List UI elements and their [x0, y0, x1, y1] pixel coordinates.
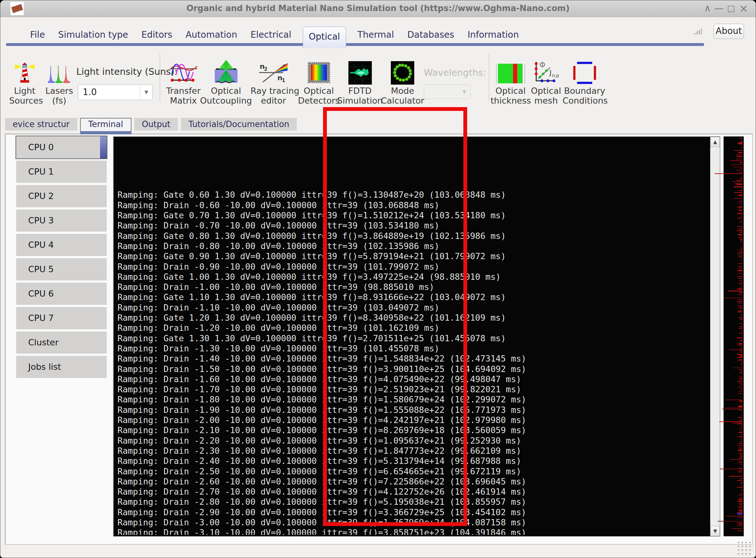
- fdtd-simulation-button[interactable]: FDTDSimulation: [335, 54, 385, 105]
- lasers-button[interactable]: Lasers(fs): [44, 54, 75, 105]
- window-title: Organic and hybrid Material Nano Simulat…: [0, 3, 756, 13]
- application-window: Organic and hybrid Material Nano Simulat…: [0, 0, 756, 558]
- light-intensity-value: 1.0: [83, 87, 97, 97]
- view-tab[interactable]: Terminal: [80, 118, 131, 132]
- about-button[interactable]: About: [713, 24, 744, 39]
- svg-text:2: 2: [264, 66, 267, 72]
- svg-text:Φ: Φ: [539, 60, 545, 69]
- sidebar-item[interactable]: CPU 5: [16, 258, 107, 280]
- cpu-sidebar: CPU 0CPU 1CPU 2CPU 3CPU 4CPU 5CPU 6CPU 7…: [16, 136, 107, 378]
- shade-window-button[interactable]: ∧: [701, 0, 714, 17]
- mode-calculator-icon: [379, 54, 426, 84]
- activity-strip: [723, 136, 744, 536]
- sidebar-item[interactable]: CPU 3: [16, 209, 107, 232]
- light-sources-button[interactable]: LightSources: [9, 54, 40, 105]
- view-tab[interactable]: Output: [134, 118, 178, 130]
- svg-text:n,p: n,p: [552, 73, 559, 78]
- laser-pulses-icon: [44, 54, 75, 84]
- svg-text:J: J: [549, 69, 552, 77]
- close-button[interactable]: ×: [737, 0, 750, 17]
- menu-tab[interactable]: Optical: [303, 27, 346, 48]
- view-tab[interactable]: evice structur: [5, 118, 77, 130]
- sidebar-item[interactable]: Cluster: [16, 331, 107, 354]
- transfer-matrix-icon: [165, 54, 202, 84]
- ray-tracing-button[interactable]: n 2 n 1 Ray tracingeditor: [251, 54, 296, 105]
- optical-thickness-icon: [491, 54, 530, 84]
- sidebar-item[interactable]: CPU 6: [16, 283, 107, 305]
- boundary-conditions-icon: [563, 54, 607, 84]
- sidebar-item[interactable]: CPU 0: [16, 136, 107, 158]
- optical-outcoupling-button[interactable]: OpticalOutcoupling: [200, 54, 252, 105]
- lighthouse-icon: [9, 54, 40, 84]
- optical-detectors-button[interactable]: OpticalDetectors: [297, 54, 340, 105]
- fdtd-simulation-icon: [335, 54, 385, 84]
- sidebar-item[interactable]: CPU 7: [16, 307, 107, 329]
- menu-tab[interactable]: Electrical: [249, 28, 293, 41]
- toolbar-separator: [489, 54, 489, 102]
- transfer-matrix-button[interactable]: TransferMatrix: [165, 54, 202, 105]
- boundary-conditions-button[interactable]: BoundaryConditions: [563, 54, 607, 105]
- sidebar-item[interactable]: CPU 1: [16, 161, 107, 183]
- terminal-scrollbar[interactable]: ▲ ▼: [710, 137, 720, 536]
- maximize-button[interactable]: □: [725, 0, 737, 17]
- minimize-button[interactable]: —: [712, 0, 725, 17]
- scroll-down-icon[interactable]: ▼: [710, 526, 720, 536]
- menu-tab[interactable]: Simulation type: [56, 28, 130, 41]
- optical-mesh-button[interactable]: Φ J n,p Opticalmesh: [530, 54, 562, 105]
- chevron-down-icon[interactable]: ▼: [140, 85, 152, 100]
- ray-tracing-icon: n 2 n 1: [251, 54, 296, 84]
- resize-grip-icon[interactable]: [737, 541, 752, 556]
- optical-thickness-button[interactable]: Opticalthickness: [491, 54, 530, 105]
- chevron-down-icon: ▼: [458, 84, 470, 99]
- menu-tab[interactable]: Editors: [139, 28, 174, 41]
- optical-outcoupling-icon: [200, 54, 252, 84]
- annotation-rectangle: [323, 107, 467, 526]
- toolbar-separator: [160, 54, 160, 102]
- menu-tab[interactable]: Thermal: [356, 28, 396, 41]
- menu-tab[interactable]: Databases: [406, 28, 456, 41]
- sidebar-item[interactable]: CPU 4: [16, 234, 107, 256]
- signal-bars-icon: [694, 28, 702, 34]
- light-intensity-label: Light intensity (Suns):: [76, 66, 177, 77]
- view-tab[interactable]: Tutorials/Documentation: [181, 118, 297, 130]
- light-intensity-combobox[interactable]: 1.0 ▼: [78, 84, 153, 100]
- menu-tab[interactable]: File: [28, 28, 47, 41]
- menu-tab[interactable]: Automation: [184, 28, 239, 41]
- mode-calculator-button[interactable]: ModeCalculator: [379, 54, 426, 105]
- terminal-line: Ramping: Drain -3.10 -10.00 dV=0.100000 …: [118, 528, 708, 535]
- optical-mesh-icon: Φ J n,p: [530, 54, 562, 84]
- menu-tabs: FileSimulation typeEditorsAutomationElec…: [28, 24, 521, 45]
- optical-detectors-icon: [297, 54, 340, 84]
- titlebar[interactable]: Organic and hybrid Material Nano Simulat…: [0, 0, 756, 17]
- svg-text:1: 1: [282, 78, 285, 83]
- view-tabs: evice structurTerminalOutputTutorials/Do…: [5, 118, 297, 132]
- sidebar-item[interactable]: CPU 2: [16, 185, 107, 207]
- wavelengths-combobox: ▼: [424, 84, 471, 99]
- menu-tab[interactable]: Information: [466, 28, 521, 41]
- scroll-up-icon[interactable]: ▲: [710, 137, 720, 147]
- sidebar-item[interactable]: Jobs list: [16, 356, 107, 378]
- wavelengths-label: Wavelengths:: [424, 67, 486, 78]
